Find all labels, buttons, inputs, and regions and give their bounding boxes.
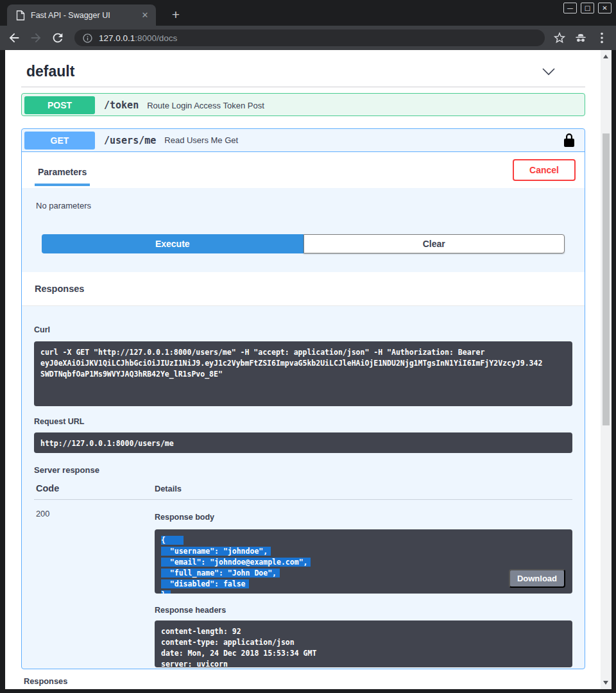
response-headers-label: Response headers — [155, 606, 572, 615]
doc-responses-title: Responses — [24, 676, 572, 686]
chevron-down-icon[interactable] — [542, 67, 556, 76]
section-title: default — [26, 63, 542, 80]
code-column-header: Code — [36, 483, 155, 493]
server-response-table-header: Code Details — [34, 483, 572, 500]
scrollbar-thumb[interactable] — [603, 133, 610, 425]
get-method-badge: GET — [24, 132, 95, 150]
back-arrow-icon — [7, 31, 21, 45]
tab-title: Fast API - Swagger UI — [31, 11, 139, 20]
window-minimize-button[interactable]: — — [563, 3, 577, 13]
request-url-value[interactable]: http://127.0.0.1:8000/users/me — [34, 432, 572, 453]
curl-command[interactable]: curl -X GET "http://127.0.0.1:8000/users… — [34, 341, 572, 406]
reload-button[interactable] — [50, 30, 65, 46]
post-method-badge: POST — [24, 96, 95, 114]
responses-title: Responses — [35, 284, 84, 294]
details-column-header: Details — [155, 484, 572, 493]
opblock-get-users-me: GET /users/me Read Users Me Get Paramete… — [21, 128, 585, 669]
response-status-code: 200 — [36, 508, 155, 667]
browser-toolbar: 127.0.0.1:8000/docs — [0, 26, 616, 50]
back-button[interactable] — [6, 30, 22, 46]
incognito-icon[interactable] — [574, 31, 588, 45]
download-button[interactable]: Download — [509, 569, 565, 588]
request-url-label: Request URL — [34, 417, 572, 426]
address-bar[interactable]: 127.0.0.1:8000/docs — [74, 30, 545, 46]
page-scrollbar[interactable] — [601, 50, 612, 689]
forward-arrow-icon — [29, 31, 43, 45]
no-parameters-text: No parameters — [22, 188, 585, 210]
cancel-button[interactable]: Cancel — [513, 159, 576, 181]
tab-close-icon[interactable]: ✕ — [139, 10, 151, 20]
curl-label: Curl — [34, 325, 50, 334]
page-content: default POST /token Route Login Access T… — [5, 50, 601, 689]
opblock-post-token[interactable]: POST /token Route Login Access Token Pos… — [21, 93, 585, 116]
browser-tab[interactable]: Fast API - Swagger UI ✕ — [7, 4, 156, 26]
response-headers-block[interactable]: content-length: 92 content-type: applica… — [155, 620, 572, 667]
response-body-label: Response body — [155, 513, 572, 522]
server-response-label: Server response — [34, 465, 572, 475]
forward-button[interactable] — [28, 30, 44, 46]
execute-button[interactable]: Execute — [42, 234, 304, 253]
page-favicon-icon — [16, 10, 25, 21]
site-info-icon[interactable] — [82, 33, 93, 44]
get-endpoint-description: Read Users Me Get — [164, 135, 564, 145]
url-text: 127.0.0.1:8000/docs — [99, 33, 177, 43]
post-endpoint-summary: Route Login Access Token Post — [147, 101, 582, 110]
window-maximize-button[interactable]: □ — [581, 3, 594, 13]
url-host: 127.0.0.1 — [99, 33, 135, 43]
browser-menu-icon[interactable] — [595, 31, 609, 45]
responses-section-header: Responses — [22, 272, 585, 306]
new-tab-button[interactable]: + — [167, 6, 185, 24]
browser-tab-strip: Fast API - Swagger UI ✕ + — □ ✕ — [0, 0, 616, 26]
clear-button[interactable]: Clear — [304, 234, 565, 253]
get-endpoint-summary-row[interactable]: GET /users/me Read Users Me Get — [22, 129, 585, 152]
bookmark-star-icon[interactable] — [552, 31, 567, 45]
response-body-block[interactable]: { "username": "johndoe", "email": "johnd… — [155, 529, 572, 594]
reload-icon — [51, 31, 65, 45]
tab-parameters[interactable]: Parameters — [35, 157, 90, 186]
auth-lock-icon[interactable] — [564, 133, 574, 147]
get-endpoint-path: /users/me — [104, 135, 156, 146]
scroll-down-arrow[interactable] — [603, 681, 608, 685]
url-path: :8000/docs — [135, 33, 177, 43]
post-endpoint-path: /token — [104, 99, 139, 111]
window-close-button[interactable]: ✕ — [598, 3, 612, 13]
scroll-up-arrow[interactable] — [603, 55, 608, 58]
server-response-row: 200 Response body { "username": "johndoe… — [34, 500, 572, 667]
default-section-header[interactable]: default — [21, 60, 585, 87]
